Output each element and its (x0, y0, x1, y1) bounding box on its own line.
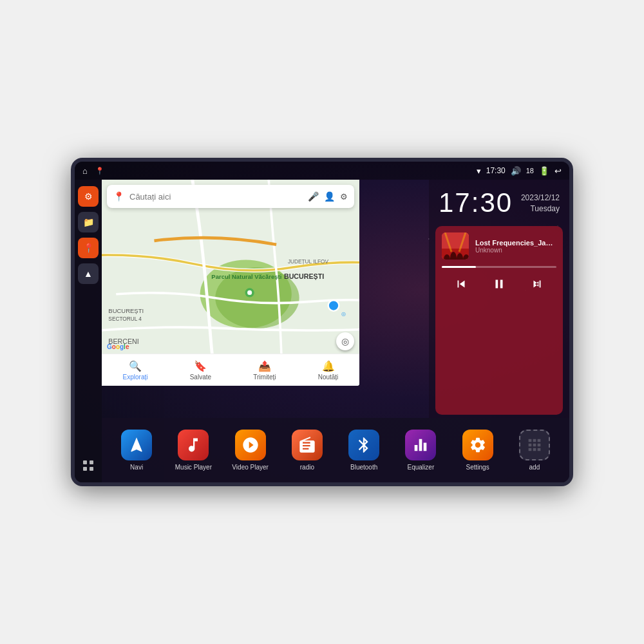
settings-label: Settings (466, 464, 489, 471)
map-explore-tab[interactable]: 🔍 Explorați (123, 360, 148, 381)
svg-text:JUDEȚUL ILFOV: JUDEȚUL ILFOV (288, 258, 329, 265)
radio-label: radio (300, 464, 314, 471)
car-head-unit: ⌂ 📍 ▾ 17:30 🔊 18 🔋 ↩ ⚙ 📁 📍 (71, 158, 573, 486)
back-icon[interactable]: ↩ (554, 166, 562, 176)
map-share-tab[interactable]: 📤 Trimiteți (253, 360, 276, 381)
status-bar-left: ⌂ 📍 (82, 166, 104, 176)
app-equalizer[interactable]: Equalizer (400, 430, 442, 471)
map-icon[interactable]: 📍 (95, 167, 104, 175)
app-settings[interactable]: Settings (457, 430, 498, 471)
music-player-label: Music Player (175, 464, 212, 471)
saved-icon: 🔖 (194, 360, 207, 372)
track-details: Lost Frequencies_Janie... Unknown (475, 239, 556, 254)
apps-grid-button[interactable] (78, 455, 99, 476)
track-info: Lost Frequencies_Janie... Unknown (442, 232, 556, 260)
navi-label: Navi (130, 464, 143, 471)
map-pin-icon: 📍 (83, 243, 94, 253)
left-sidebar: ⚙ 📁 📍 ▲ (75, 180, 102, 482)
google-maps-icon: 📍 (113, 191, 124, 202)
map-saved-tab[interactable]: 🔖 Salvate (190, 360, 211, 381)
pause-button[interactable] (487, 274, 511, 297)
navigation-icon: ▲ (84, 269, 93, 279)
music-note-icon (184, 436, 202, 454)
svg-rect-2 (83, 467, 87, 471)
svg-rect-3 (90, 467, 93, 471)
app-bluetooth[interactable]: Bluetooth (343, 430, 385, 471)
screen: ⌂ 📍 ▾ 17:30 🔊 18 🔋 ↩ ⚙ 📁 📍 (75, 162, 569, 482)
map-search-bar[interactable]: 📍 🎤 👤 ⚙ (107, 185, 354, 208)
svg-text:SECTORUL 4: SECTORUL 4 (108, 316, 142, 322)
video-player-label: Video Player (232, 464, 269, 471)
gear-icon (469, 436, 487, 454)
sidebar-navigation-button[interactable]: ▲ (78, 263, 99, 284)
map-container[interactable]: BERCENI BUCUREȘTI JUDEȚUL ILFOV BUCUREȘT… (102, 180, 359, 386)
bluetooth-label: Bluetooth (350, 464, 377, 471)
equalizer-bars-icon (412, 436, 430, 454)
settings-icon-bg (462, 430, 493, 460)
status-bar: ⌂ 📍 ▾ 17:30 🔊 18 🔋 ↩ (75, 162, 569, 180)
explore-label: Explorați (123, 374, 148, 381)
svg-rect-1 (90, 460, 93, 464)
svg-rect-0 (83, 460, 87, 464)
next-track-button[interactable] (525, 274, 549, 297)
progress-fill (442, 266, 476, 268)
bottom-dock: Navi Music Player Video Player (102, 418, 569, 482)
clock-area: 17:30 2023/12/12 Tuesday (429, 180, 569, 223)
svg-text:BUCUREȘTI: BUCUREȘTI (108, 307, 144, 314)
battery-icon: 🔋 (539, 166, 549, 176)
add-grid-icon (526, 436, 544, 454)
radio-icon-bg (292, 430, 323, 460)
sidebar-maps-button[interactable]: 📍 (78, 238, 99, 258)
account-icon[interactable]: 👤 (324, 191, 335, 202)
bluetooth-icon (355, 436, 373, 454)
album-art-svg (442, 232, 469, 260)
my-location-button[interactable]: ◎ (336, 332, 354, 350)
crosshair-icon: ◎ (341, 336, 349, 346)
app-add[interactable]: add (513, 430, 555, 471)
news-label: Noutăți (318, 374, 339, 381)
skip-back-icon (454, 277, 468, 291)
video-icon-bg (235, 430, 266, 460)
google-logo: Google (107, 343, 129, 350)
pause-icon (492, 277, 506, 291)
svg-point-16 (328, 300, 339, 311)
settings-icon: ⚙ (84, 191, 93, 202)
prev-track-button[interactable] (449, 274, 473, 297)
svg-text:◎: ◎ (341, 310, 346, 317)
app-navi[interactable]: Navi (116, 430, 158, 471)
app-music-player[interactable]: Music Player (173, 430, 214, 471)
volume-icon: 🔊 (511, 166, 521, 176)
mic-icon[interactable]: 🎤 (308, 191, 319, 202)
eq-icon-bg (405, 430, 436, 460)
clock-date: 2023/12/12 Tuesday (521, 189, 560, 214)
map-search-input[interactable] (129, 192, 303, 202)
bluetooth-icon-bg (348, 430, 379, 460)
more-icon[interactable]: ⚙ (340, 192, 348, 202)
status-bar-right: ▾ 17:30 🔊 18 🔋 ↩ (477, 166, 562, 176)
navi-arrow-icon (128, 436, 146, 454)
app-radio[interactable]: radio (286, 430, 328, 471)
date-text: 2023/12/12 (521, 193, 560, 204)
svg-text:Parcul Natural Văcărești: Parcul Natural Văcărești (211, 273, 281, 280)
progress-bar[interactable] (442, 266, 556, 268)
play-circle-icon (242, 436, 260, 454)
share-icon: 📤 (258, 360, 271, 372)
map-news-tab[interactable]: 🔔 Noutăți (318, 360, 339, 381)
album-art (442, 232, 469, 260)
right-panel: 17:30 2023/12/12 Tuesday (429, 180, 569, 418)
add-icon-bg (519, 430, 550, 460)
equalizer-label: Equalizer (408, 464, 435, 471)
day-text: Tuesday (521, 204, 560, 214)
clock-display: 17:30 (439, 189, 513, 216)
app-video-player[interactable]: Video Player (229, 430, 271, 471)
sidebar-settings-button[interactable]: ⚙ (78, 186, 99, 207)
grid-icon (82, 459, 95, 472)
home-icon[interactable]: ⌂ (82, 166, 88, 176)
music-widget: Lost Frequencies_Janie... Unknown (435, 226, 563, 415)
navi-icon-bg (121, 430, 152, 460)
battery-level: 18 (526, 167, 534, 175)
skip-forward-icon (530, 277, 544, 291)
files-icon: 📁 (83, 217, 94, 227)
sidebar-files-button[interactable]: 📁 (78, 212, 99, 232)
wifi-icon: ▾ (477, 166, 481, 176)
